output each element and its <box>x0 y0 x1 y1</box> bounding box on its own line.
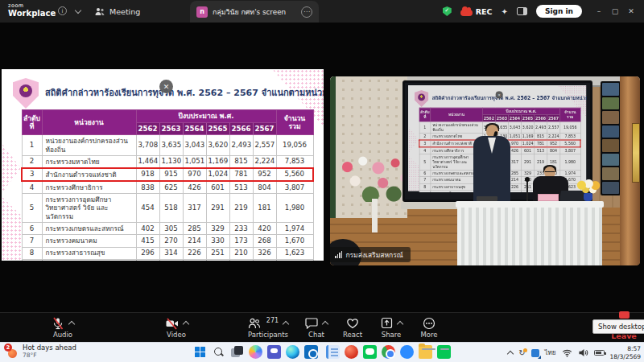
notepad-icon[interactable] <box>326 345 340 359</box>
signal-strength-icon <box>335 251 342 258</box>
chat-button[interactable]: Chat <box>296 316 336 339</box>
chevron-up-icon[interactable] <box>396 321 402 327</box>
table-row: 9กระทรวงทรัพยากรธรรมชาติและสิ่งแวดล้อม27… <box>22 259 313 261</box>
annotation-close-icon[interactable]: ✕ <box>495 91 502 98</box>
logo-line2: Workplace <box>8 9 56 18</box>
col-header-total: จำนวน รวม <box>276 110 313 135</box>
tab-more-icon[interactable]: ⋯ <box>301 6 312 18</box>
react-button[interactable]: React <box>335 316 370 339</box>
react-icon <box>346 317 359 329</box>
tab-shared-screen[interactable]: n กลุ่มวินัย กศท's screen ⋯ <box>190 1 319 23</box>
line-icon[interactable] <box>437 345 451 359</box>
vase-flowers <box>576 179 602 194</box>
participants-icon <box>248 318 261 329</box>
chevron-up-icon[interactable] <box>283 321 289 327</box>
flower-stand <box>372 199 378 232</box>
red-app-icon[interactable] <box>345 345 358 359</box>
sign-in-button[interactable]: Sign in <box>536 5 582 18</box>
tab-meeting[interactable]: Meeting <box>95 0 140 23</box>
view-layout-icon[interactable] <box>517 7 527 15</box>
col-header-agency: หน่วยงาน <box>431 108 483 121</box>
zoom-workplace-logo: zoom Workplace <box>8 3 56 18</box>
minimize-icon[interactable]: – <box>591 7 607 15</box>
maximize-icon[interactable]: ▢ <box>607 7 623 15</box>
search-icon[interactable] <box>212 345 225 359</box>
annotation-close-icon[interactable]: ✕ <box>159 80 173 93</box>
line-icon[interactable] <box>363 345 377 359</box>
table-row: 8กระทรวงสาธารณสุข2963142262512103261,623 <box>22 247 313 259</box>
table-row: 6กระทรวงเกษตรและสหกรณ์402305285329233420… <box>22 223 313 235</box>
year-header: 2562 <box>136 122 159 135</box>
clock[interactable]: 8:57 18/3/2569 <box>610 345 641 360</box>
video-label: Video <box>167 331 186 339</box>
chat-label: Chat <box>308 331 324 339</box>
start-icon[interactable] <box>193 345 207 359</box>
participants-button[interactable]: 271 Participants <box>242 316 295 339</box>
participant-name-text: กรมส่งเสริมสหกรณ์ <box>345 249 402 261</box>
recording-indicator[interactable]: REC <box>460 7 493 16</box>
pink-dots-decoration <box>408 126 419 154</box>
zoom-app-icon[interactable] <box>400 345 414 359</box>
video-button[interactable]: Video <box>153 316 200 339</box>
table-row: 3สำนักงานตำรวจแห่งชาติ9189159701,0247819… <box>22 168 313 181</box>
weather-widget[interactable]: 2 Hot days ahead 78°F <box>5 344 76 359</box>
task-view-icon[interactable] <box>230 345 244 359</box>
year-header: 2565 <box>206 122 229 135</box>
participant-name-label: กรมส่งเสริมสหกรณ์ <box>330 247 411 262</box>
year-header: 2563 <box>159 122 183 135</box>
meeting-toolbar: Audio Video 271 Participants Chat <box>0 312 644 342</box>
file-explorer-icon[interactable] <box>419 345 432 359</box>
chrome-icon[interactable] <box>382 345 395 359</box>
share-button[interactable]: Share <box>370 316 412 339</box>
table-row: 7กระทรวงคมนาคม4152702143301732681,670 <box>22 235 313 247</box>
complaints-table: ลำดับที่ หน่วยงาน ปีงบประมาณ พ.ศ. จำนวน … <box>21 109 314 261</box>
zoom-titlebar: zoom Workplace i Meeting n กลุ่มวินัย กศ… <box>0 0 644 23</box>
more-button[interactable]: More <box>411 316 448 339</box>
year-header: 2564 <box>508 115 521 122</box>
name-plate <box>538 194 559 201</box>
slide: สถิติคำกล่าวหาร้องเรียนการทุจริต พ.ศ. 25… <box>2 69 324 261</box>
leave-icon <box>619 311 630 319</box>
table-header-row: ลำดับที่ หน่วยงาน ปีงบประมาณ พ.ศ. จำนวน … <box>419 108 580 115</box>
chevron-down-icon[interactable] <box>75 7 81 14</box>
copilot-icon[interactable] <box>249 345 262 359</box>
meeting-tab-label: Meeting <box>109 7 140 16</box>
wifi-icon[interactable] <box>562 348 572 357</box>
chevron-up-icon[interactable] <box>68 321 75 327</box>
table-top <box>456 201 604 208</box>
more-label: More <box>420 331 437 339</box>
col-header-total-line2: รวม <box>278 122 312 131</box>
table-row: 2กระทรวงมหาดไทย1,4641,1301,0511,1698152,… <box>22 155 313 168</box>
col-header-years-group: ปีงบประมาณ พ.ศ. <box>136 110 276 123</box>
language-indicator[interactable]: ไทย <box>545 348 556 358</box>
edge-icon[interactable] <box>286 345 299 359</box>
agency-crest-logo <box>415 90 429 107</box>
close-icon[interactable]: ✕ <box>623 7 639 15</box>
ai-companion-icon[interactable]: ✦ <box>502 7 508 16</box>
battery-icon[interactable] <box>594 350 605 356</box>
audio-button[interactable]: Audio <box>39 316 87 339</box>
table-microphone <box>526 180 528 201</box>
year-header: 2566 <box>534 115 547 122</box>
connected-device-icon[interactable] <box>531 349 539 357</box>
wall-artwork <box>632 123 640 183</box>
cloud-recording-icon <box>460 10 473 16</box>
camera-off-icon <box>165 317 179 330</box>
weather-icon: 2 <box>5 344 19 359</box>
chat-icon <box>305 317 318 329</box>
info-icon[interactable]: i <box>58 6 67 15</box>
titlebar-right-cluster: ✓ REC ✦ Sign in – ▢ ✕ <box>443 0 639 23</box>
outlook-icon[interactable] <box>304 345 318 359</box>
avatar: n <box>196 6 208 18</box>
show-desktop-tooltip: Show desktop <box>592 319 644 334</box>
teams-icon[interactable] <box>267 345 281 359</box>
chevron-up-icon[interactable] <box>182 321 188 327</box>
conference-table <box>456 201 604 265</box>
agency-crest-logo <box>13 78 39 109</box>
update-icon[interactable]: ↻ <box>518 349 525 357</box>
table-row: 1หน่วยงานองค์กรปกครองส่วนท้องถิ่น3,7083,… <box>22 135 313 155</box>
volume-icon[interactable] <box>578 348 588 357</box>
col-header-total-line1: จำนวน <box>278 114 312 123</box>
tray-chevron-icon[interactable] <box>507 351 514 357</box>
chevron-up-icon[interactable] <box>322 321 328 327</box>
